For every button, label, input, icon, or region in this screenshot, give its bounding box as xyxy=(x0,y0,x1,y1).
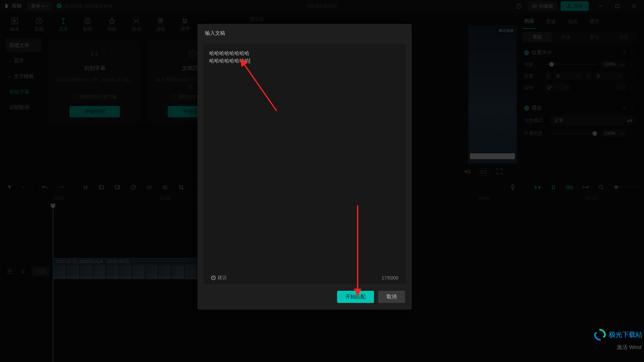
modal-title: 输入文稿 xyxy=(197,24,412,41)
watermark: 极光下载站 xyxy=(594,328,642,341)
modal-ok-button[interactable]: 开始匹配 xyxy=(337,291,374,303)
suggestion-button[interactable]: 建议 xyxy=(211,274,227,281)
activate-windows-text: 激活 Wind xyxy=(617,344,641,351)
watermark-logo-icon xyxy=(594,328,606,341)
script-line: 哈哈哈哈哈哈哈哈 xyxy=(209,57,400,65)
text-cursor xyxy=(249,58,250,64)
char-counter: 17/5000 xyxy=(382,275,398,280)
input-script-modal: 输入文稿 哈哈哈哈哈哈哈哈 哈哈哈哈哈哈哈哈 建议 17/5000 开始匹配 取… xyxy=(197,24,412,310)
script-textarea[interactable]: 哈哈哈哈哈哈哈哈 哈哈哈哈哈哈哈哈 建议 17/5000 xyxy=(203,44,406,284)
script-line: 哈哈哈哈哈哈哈哈 xyxy=(209,49,400,57)
modal-cancel-button[interactable]: 取消 xyxy=(378,291,405,303)
